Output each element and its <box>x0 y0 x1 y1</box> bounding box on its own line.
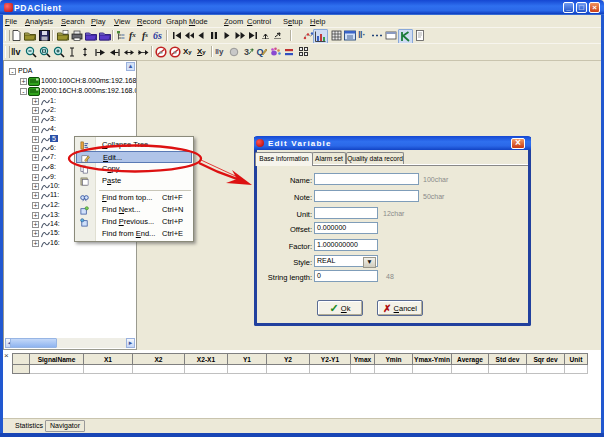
svg-text:Q: Q <box>257 47 264 57</box>
svg-text:3: 3 <box>244 47 249 57</box>
